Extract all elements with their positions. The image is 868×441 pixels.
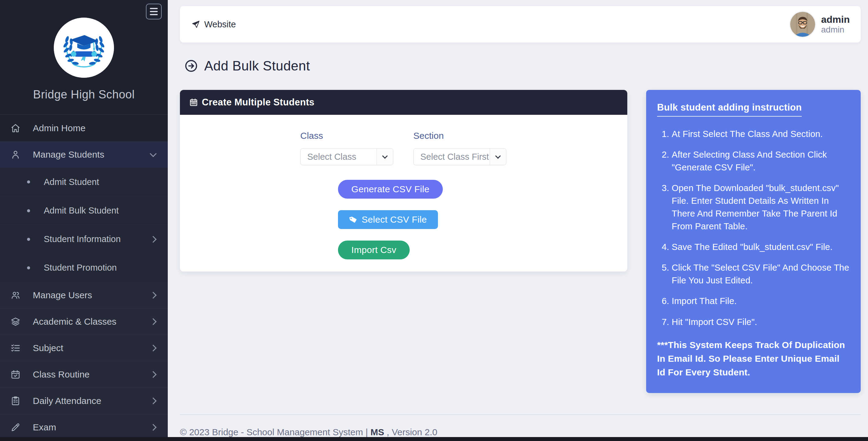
create-students-card: Create Multiple Students Class Select Cl… bbox=[180, 90, 627, 272]
sidebar-item-exam[interactable]: Exam bbox=[0, 414, 168, 440]
manage-students-submenu: Admit Student Admit Bulk Student Student… bbox=[0, 168, 168, 282]
horizontal-scrollbar[interactable] bbox=[0, 437, 868, 441]
import-csv-button[interactable]: Import Csv bbox=[338, 241, 410, 259]
pencil-icon bbox=[10, 422, 21, 433]
bullet-icon bbox=[27, 238, 30, 241]
sidebar-item-label: Manage Students bbox=[33, 149, 151, 160]
sidebar-item-label: Exam bbox=[33, 422, 151, 433]
sidebar-toggle-button[interactable] bbox=[146, 4, 162, 20]
send-icon bbox=[191, 20, 200, 29]
user-icon bbox=[10, 149, 21, 160]
card-body: Class Select Class Section Select Class … bbox=[180, 115, 627, 272]
clipboard-list-icon bbox=[10, 396, 21, 406]
chevron-down-icon bbox=[490, 148, 506, 165]
sidebar-item-label: Daily Attendance bbox=[33, 396, 151, 406]
class-select-value: Select Class bbox=[301, 148, 377, 165]
instruction-step: At First Select The Class And Section. bbox=[672, 128, 850, 140]
sidebar-item-label: Student Information bbox=[44, 234, 151, 244]
form-fields: Class Select Class Section Select Class … bbox=[300, 131, 615, 165]
sidebar-item-manage-users[interactable]: Manage Users bbox=[0, 282, 168, 308]
sidebar-item-subject[interactable]: Subject bbox=[0, 335, 168, 361]
select-csv-button[interactable]: Select CSV File bbox=[338, 210, 438, 229]
footer-app-code: MS bbox=[370, 427, 384, 437]
school-logo bbox=[54, 18, 114, 78]
section-label: Section bbox=[413, 131, 506, 141]
select-csv-label: Select CSV File bbox=[362, 214, 427, 225]
sidebar: Bridge High School Admin Home Manage Stu… bbox=[0, 0, 168, 441]
checklist-icon bbox=[10, 343, 21, 353]
instruction-step: Open The Downloaded "bulk_student.csv" F… bbox=[672, 182, 850, 233]
bullet-icon bbox=[27, 266, 30, 269]
footer-prefix: © 2023 Bridge - School Management System… bbox=[180, 427, 370, 437]
instruction-list: At First Select The Class And Section. A… bbox=[657, 128, 850, 328]
user-role: admin bbox=[821, 25, 850, 35]
tag-icon bbox=[348, 214, 358, 225]
footer-text: © 2023 Bridge - School Management System… bbox=[180, 427, 861, 437]
sidebar-item-label: Academic & Classes bbox=[33, 316, 151, 327]
footer-divider bbox=[180, 414, 861, 415]
chevron-right-icon bbox=[150, 424, 157, 431]
sidebar-item-label: Admit Bulk Student bbox=[44, 206, 156, 216]
topbar: Website bbox=[180, 6, 861, 42]
user-menu[interactable]: admin admin bbox=[790, 12, 850, 37]
section-field: Section Select Class First bbox=[413, 131, 506, 165]
chevron-right-icon bbox=[150, 236, 157, 243]
class-label: Class bbox=[300, 131, 393, 141]
instruction-note: ***This System Keeps Track Of Duplicatio… bbox=[657, 338, 850, 379]
section-select-value: Select Class First bbox=[414, 148, 490, 165]
sidebar-item-student-information[interactable]: Student Information bbox=[0, 225, 168, 253]
sidebar-lower-menu: Manage Users Academic & Classes Subject bbox=[0, 282, 168, 440]
class-select[interactable]: Select Class bbox=[300, 148, 393, 165]
instruction-step: Save The Edited "bulk_student.csv" File. bbox=[672, 241, 850, 253]
bullet-icon bbox=[27, 209, 30, 212]
calendar-check-icon bbox=[10, 369, 21, 380]
instruction-step: Click The "Select CSV File" And Choose T… bbox=[672, 261, 850, 287]
school-branding: Bridge High School bbox=[0, 0, 168, 101]
card-title: Create Multiple Students bbox=[202, 97, 315, 108]
sidebar-item-admit-student[interactable]: Admit Student bbox=[0, 168, 168, 196]
layers-icon bbox=[10, 316, 21, 327]
instruction-step: Hit "Import CSV File". bbox=[672, 315, 850, 328]
website-link[interactable]: Website bbox=[191, 20, 236, 30]
sidebar-item-student-promotion[interactable]: Student Promotion bbox=[0, 253, 168, 282]
sidebar-item-admin-home[interactable]: Admin Home bbox=[0, 115, 168, 141]
section-select[interactable]: Select Class First bbox=[413, 148, 506, 165]
content-row: Create Multiple Students Class Select Cl… bbox=[180, 90, 861, 393]
home-icon bbox=[10, 123, 21, 133]
sidebar-item-admit-bulk-student[interactable]: Admit Bulk Student bbox=[0, 196, 168, 225]
chevron-right-icon bbox=[150, 345, 157, 352]
school-name: Bridge High School bbox=[33, 88, 135, 101]
main-area: Website bbox=[168, 0, 868, 441]
user-meta: admin admin bbox=[821, 14, 850, 35]
chevron-right-icon bbox=[150, 318, 157, 325]
arrow-circle-right-icon bbox=[184, 59, 198, 73]
instruction-step: Import That File. bbox=[672, 295, 850, 307]
sidebar-item-daily-attendance[interactable]: Daily Attendance bbox=[0, 387, 168, 414]
sidebar-item-class-routine[interactable]: Class Routine bbox=[0, 361, 168, 387]
instruction-panel: Bulk student adding instruction At First… bbox=[646, 90, 861, 393]
avatar bbox=[790, 12, 815, 37]
sidebar-item-label: Admin Home bbox=[33, 123, 156, 133]
bullet-icon bbox=[27, 180, 30, 183]
page-header: Add Bulk Student bbox=[180, 58, 861, 73]
hamburger-icon bbox=[150, 8, 158, 9]
card-header: Create Multiple Students bbox=[180, 90, 627, 115]
website-label: Website bbox=[204, 20, 236, 30]
sidebar-item-manage-students[interactable]: Manage Students bbox=[0, 141, 168, 168]
graduation-laurel-icon bbox=[54, 18, 114, 78]
users-icon bbox=[10, 290, 21, 300]
app-root: Bridge High School Admin Home Manage Stu… bbox=[0, 0, 868, 441]
class-field: Class Select Class bbox=[300, 131, 393, 165]
instruction-step: After Selecting Class And Section Click … bbox=[672, 148, 850, 174]
button-column: Generate CSV File Select CSV File Import… bbox=[338, 180, 615, 259]
sidebar-item-label: Student Promotion bbox=[44, 263, 156, 273]
chevron-right-icon bbox=[150, 371, 157, 378]
generate-csv-button[interactable]: Generate CSV File bbox=[338, 180, 443, 199]
sidebar-item-academic-classes[interactable]: Academic & Classes bbox=[0, 308, 168, 335]
calendar-icon bbox=[189, 98, 198, 107]
footer-suffix: , Version 2.0 bbox=[384, 427, 437, 437]
sidebar-item-label: Manage Users bbox=[33, 290, 151, 300]
chevron-right-icon bbox=[150, 292, 157, 299]
sidebar-menu: Admin Home Manage Students Admit Student… bbox=[0, 115, 168, 440]
sidebar-item-label: Admit Student bbox=[44, 177, 156, 187]
